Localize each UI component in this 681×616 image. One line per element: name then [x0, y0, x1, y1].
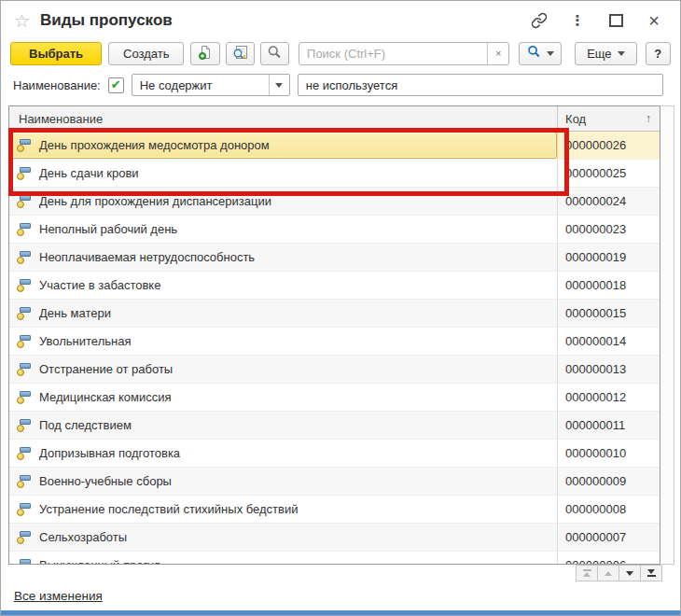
row-name-cell[interactable]: Сельхозработы — [9, 524, 557, 551]
row-name-cell[interactable]: День для прохождения диспансеризации — [9, 188, 557, 215]
row-name-cell[interactable]: Неполный рабочий день — [9, 216, 557, 243]
table-row[interactable]: Медицинская комиссия000000012 — [9, 384, 660, 412]
filter-condition-select[interactable]: Не содержит — [132, 74, 290, 96]
catalog-item-icon — [16, 502, 31, 516]
all-changes-link[interactable]: Все изменения — [14, 589, 103, 603]
row-code-cell[interactable]: 000000023 — [557, 216, 660, 243]
row-name: Участие в забастовке — [39, 278, 160, 292]
row-name-cell[interactable]: Устранение последствий стихийных бедстви… — [9, 496, 557, 523]
sort-asc-icon: ↑ — [646, 112, 651, 125]
table-row[interactable]: Неполный рабочий день000000023 — [9, 216, 660, 244]
row-code-cell[interactable]: 000000024 — [557, 188, 660, 215]
filter-value-input[interactable] — [298, 74, 663, 96]
row-code-cell[interactable]: 000000012 — [557, 384, 660, 411]
table-row[interactable]: Военно-учебные сборы000000009 — [9, 468, 660, 496]
close-icon[interactable]: × — [645, 11, 663, 30]
row-name-cell[interactable]: Увольнительная — [9, 328, 557, 355]
filter-bar: Наименование: ✔ Не содержит — [1, 68, 680, 102]
row-code-cell[interactable]: 000000007 — [557, 524, 660, 551]
table-row[interactable]: День прохождения медосмотра донором00000… — [9, 132, 660, 160]
row-name-cell[interactable]: Отстранение от работы — [9, 356, 557, 383]
row-code-cell[interactable]: 000000019 — [557, 244, 660, 271]
table-row[interactable]: День сдачи крови000000025 — [9, 160, 660, 188]
help-button[interactable]: ? — [646, 42, 671, 65]
search-icon — [527, 45, 541, 62]
search-input[interactable] — [299, 43, 487, 64]
row-code: 000000025 — [565, 166, 626, 180]
row-name: Неоплачиваемая нетрудоспособность — [39, 250, 255, 264]
bottom-accent-bar — [1, 610, 680, 615]
table-row[interactable]: Отстранение от работы000000013 — [9, 356, 660, 384]
row-name-cell[interactable]: Военно-учебные сборы — [9, 468, 557, 495]
row-code-cell[interactable]: 000000018 — [557, 272, 660, 299]
row-name: Военно-учебные сборы — [39, 474, 172, 488]
row-code-cell[interactable]: 000000013 — [557, 356, 660, 383]
row-code-cell[interactable]: 000000010 — [557, 440, 660, 467]
maximize-icon[interactable] — [606, 11, 625, 30]
table-row[interactable]: День для прохождения диспансеризации0000… — [9, 188, 660, 216]
table-row[interactable]: Вынужденный прогул000000006 — [9, 552, 660, 565]
more-button[interactable]: Еще — [575, 42, 636, 65]
row-code-cell[interactable]: 000000011 — [557, 412, 660, 439]
find-button[interactable] — [260, 42, 289, 65]
go-previous-button[interactable] — [597, 565, 619, 581]
row-name: Увольнительная — [39, 334, 131, 348]
row-name-cell[interactable]: Неоплачиваемая нетрудоспособность — [9, 244, 557, 271]
row-name-cell[interactable]: Медицинская комиссия — [9, 384, 557, 411]
catalog-item-icon — [16, 334, 31, 348]
toolbar: Выбрать Создать — [1, 38, 680, 68]
kebab-menu-icon[interactable]: ⋮ — [568, 11, 587, 30]
table-row[interactable]: Устранение последствий стихийных бедстви… — [9, 496, 660, 524]
create-group-button[interactable] — [190, 42, 219, 65]
row-code: 000000007 — [565, 530, 626, 544]
table-row[interactable]: Под следствием000000011 — [9, 412, 660, 440]
column-header-name[interactable]: Наименование — [9, 106, 557, 131]
table-row[interactable]: День матери000000015 — [9, 300, 660, 328]
go-last-button[interactable] — [640, 565, 662, 581]
go-next-button[interactable] — [618, 565, 641, 581]
create-button[interactable]: Создать — [108, 42, 184, 65]
chevron-down-icon — [275, 83, 283, 88]
magnifier-icon — [267, 45, 282, 63]
row-name-cell[interactable]: Участие в забастовке — [9, 272, 557, 299]
column-header-code[interactable]: Код ↑ — [557, 106, 660, 131]
row-name-cell[interactable]: День матери — [9, 300, 557, 327]
view-item-button[interactable] — [226, 42, 255, 65]
go-first-button[interactable] — [576, 565, 598, 581]
search-clear-icon[interactable]: × — [487, 43, 508, 64]
row-code-cell[interactable]: 000000014 — [557, 328, 660, 355]
row-code: 000000013 — [565, 362, 626, 376]
row-code-cell[interactable]: 000000009 — [557, 468, 660, 495]
row-name-cell[interactable]: День прохождения медосмотра донором — [9, 132, 557, 159]
combo-caret-button[interactable] — [269, 75, 289, 95]
table-row[interactable]: Неоплачиваемая нетрудоспособность0000000… — [9, 244, 660, 272]
select-button[interactable]: Выбрать — [10, 42, 102, 65]
vertical-scrollbar[interactable] — [661, 105, 674, 565]
row-code-cell[interactable]: 000000025 — [557, 160, 660, 187]
window-controls: ⋮ × — [530, 11, 667, 30]
table-row[interactable]: Увольнительная000000014 — [9, 328, 660, 356]
table-row[interactable]: Участие в забастовке000000018 — [9, 272, 660, 300]
row-code-cell[interactable]: 000000015 — [557, 300, 660, 327]
row-name-cell[interactable]: Под следствием — [9, 412, 557, 439]
titlebar: ☆ Виды пропусков ⋮ × — [1, 1, 680, 38]
row-name: День сдачи крови — [39, 166, 139, 180]
row-navigation-buttons — [577, 565, 662, 581]
row-name-cell[interactable]: Вынужденный прогул — [9, 552, 557, 565]
search-options-button[interactable] — [519, 42, 562, 65]
row-code-cell[interactable]: 000000026 — [557, 132, 660, 159]
filter-checkbox[interactable]: ✔ — [108, 77, 124, 93]
link-icon[interactable] — [530, 11, 549, 30]
row-code: 000000024 — [565, 194, 626, 208]
row-name-cell[interactable]: Допризывная подготовка — [9, 440, 557, 467]
row-code-cell[interactable]: 000000008 — [557, 496, 660, 523]
row-name-cell[interactable]: День сдачи крови — [9, 160, 557, 187]
catalog-item-icon — [16, 166, 31, 180]
chevron-down-icon — [618, 51, 625, 56]
catalog-item-icon — [16, 418, 31, 432]
table-row[interactable]: Допризывная подготовка000000010 — [9, 440, 660, 468]
table-row[interactable]: Сельхозработы000000007 — [9, 524, 660, 552]
row-name: День для прохождения диспансеризации — [39, 194, 271, 208]
row-code-cell[interactable]: 000000006 — [557, 552, 660, 565]
favorite-star-icon[interactable]: ☆ — [14, 12, 30, 30]
